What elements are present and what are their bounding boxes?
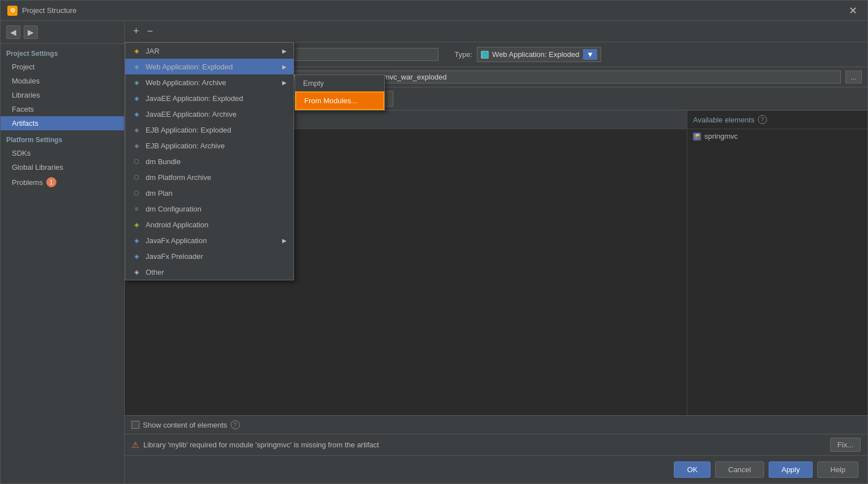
available-item-springmvc[interactable]: 📦 springmvc bbox=[687, 129, 867, 143]
show-content-row: Show content of elements ? bbox=[131, 420, 861, 429]
dropdown-item-ejb-archive[interactable]: ◈ EJB Application: Archive bbox=[125, 138, 293, 153]
footer: OK Cancel Apply Help bbox=[125, 455, 867, 483]
remove-artifact-button[interactable]: − bbox=[144, 24, 156, 38]
forward-button[interactable]: ▶ bbox=[24, 25, 38, 39]
dropdown-item-javafx[interactable]: ◈ JavaFx Application ▶ bbox=[125, 232, 293, 248]
dropdown-item-ejb-exploded[interactable]: ◈ EJB Application: Exploded bbox=[125, 122, 293, 138]
help-button[interactable]: Help bbox=[817, 461, 858, 478]
window-title: Project Structure bbox=[22, 6, 845, 15]
dropdown-item-javaee-archive[interactable]: ◈ JavaEE Application: Archive bbox=[125, 106, 293, 122]
dropdown-item-dm-bundle[interactable]: ⬡ dm Bundle bbox=[125, 153, 293, 169]
project-settings-section: Project Settings bbox=[1, 44, 124, 60]
error-icon: ⚠ bbox=[131, 440, 139, 450]
dropdown-item-jar[interactable]: ◈ JAR ▶ bbox=[125, 43, 293, 59]
type-label: Type: bbox=[454, 50, 472, 59]
fix-button[interactable]: Fix... bbox=[830, 438, 861, 452]
ejb-archive-icon: ◈ bbox=[132, 141, 141, 150]
sidebar-item-libraries[interactable]: Libraries bbox=[1, 88, 124, 102]
android-icon: ◈ bbox=[132, 220, 141, 229]
title-bar: ⚙ Project Structure ✕ bbox=[1, 1, 867, 21]
apply-button[interactable]: Apply bbox=[769, 461, 813, 478]
available-header: Available elements ? bbox=[687, 111, 867, 129]
type-select[interactable]: 🌐 Web Application: Exploded ▼ bbox=[477, 47, 601, 62]
available-module-icon: 📦 bbox=[693, 133, 701, 140]
submenu-item-empty[interactable]: Empty bbox=[295, 75, 384, 91]
dm-platform-icon: ⬡ bbox=[132, 173, 141, 182]
close-button[interactable]: ✕ bbox=[845, 3, 861, 18]
show-content-help-icon[interactable]: ? bbox=[231, 420, 240, 429]
sidebar-item-problems[interactable]: Problems 1 bbox=[1, 174, 124, 190]
sidebar-item-facets[interactable]: Facets bbox=[1, 102, 124, 116]
error-bar: ⚠ Library 'mylib' required for module 's… bbox=[125, 434, 867, 455]
ok-button[interactable]: OK bbox=[674, 461, 711, 478]
web-archive-icon: ◈ bbox=[132, 78, 141, 87]
error-message: Library 'mylib' required for module 'spr… bbox=[143, 441, 826, 449]
main-content: ◀ ▶ Project Settings Project Modules Lib… bbox=[1, 21, 867, 483]
dm-config-icon: ≡ bbox=[132, 204, 141, 213]
dropdown-item-dm-config[interactable]: ≡ dm Configuration bbox=[125, 201, 293, 217]
app-icon: ⚙ bbox=[7, 6, 17, 16]
web-exploded-arrow-icon: ▶ bbox=[282, 64, 287, 70]
javafx-preloader-icon: ◈ bbox=[132, 252, 141, 261]
web-exploded-icon: ◈ bbox=[132, 62, 141, 71]
sidebar-item-global-libraries[interactable]: Global Libraries bbox=[1, 160, 124, 174]
platform-settings-section: Platform Settings bbox=[1, 130, 124, 146]
dropdown-item-javafx-preloader[interactable]: ◈ JavaFx Preloader bbox=[125, 248, 293, 264]
available-help-icon[interactable]: ? bbox=[758, 115, 767, 124]
web-archive-arrow-icon: ▶ bbox=[282, 80, 287, 86]
show-content-label: Show content of elements bbox=[143, 421, 227, 429]
type-dropdown-button[interactable]: ▼ bbox=[583, 49, 597, 60]
back-button[interactable]: ◀ bbox=[6, 25, 20, 39]
jar-arrow-icon: ▶ bbox=[282, 48, 287, 54]
javafx-arrow-icon: ▶ bbox=[282, 237, 287, 244]
dropdown-item-android[interactable]: ◈ Android Application bbox=[125, 217, 293, 232]
web-exploded-submenu: Empty From Modules... bbox=[295, 74, 385, 111]
cancel-button[interactable]: Cancel bbox=[715, 461, 764, 478]
project-structure-window: ⚙ Project Structure ✕ ◀ ▶ Project Settin… bbox=[0, 0, 868, 484]
ejb-exploded-icon: ◈ bbox=[132, 125, 141, 134]
sidebar-item-modules[interactable]: Modules bbox=[1, 74, 124, 88]
dropdown-item-web-archive[interactable]: ◈ Web Application: Archive ▶ bbox=[125, 74, 293, 90]
dm-bundle-icon: ⬡ bbox=[132, 157, 141, 166]
add-artifact-button[interactable]: + bbox=[130, 24, 142, 38]
right-panel: + − ◈ JAR ▶ ◈ Web Application: Exploded … bbox=[125, 21, 867, 483]
add-dropdown-menu: ◈ JAR ▶ ◈ Web Application: Exploded ▶ Em… bbox=[125, 42, 294, 280]
show-content-checkbox[interactable] bbox=[131, 421, 139, 429]
output-dir-browse-button[interactable]: ... bbox=[845, 71, 862, 83]
dropdown-item-other[interactable]: ◈ Other bbox=[125, 264, 293, 280]
javaee-exploded-icon: ◈ bbox=[132, 94, 141, 103]
problems-badge: 1 bbox=[46, 177, 56, 187]
dropdown-item-dm-platform[interactable]: ⬡ dm Platform Archive bbox=[125, 169, 293, 185]
bottom-bar: Show content of elements ? bbox=[125, 415, 867, 434]
javaee-archive-icon: ◈ bbox=[132, 109, 141, 118]
submenu-item-from-modules[interactable]: From Modules... bbox=[295, 91, 384, 110]
dm-plan-icon: ⬡ bbox=[132, 188, 141, 197]
type-select-icon: 🌐 bbox=[481, 51, 489, 59]
sidebar: ◀ ▶ Project Settings Project Modules Lib… bbox=[1, 21, 125, 483]
dropdown-item-dm-plan[interactable]: ⬡ dm Plan bbox=[125, 185, 293, 201]
sidebar-item-sdks[interactable]: SDKs bbox=[1, 146, 124, 160]
javafx-icon: ◈ bbox=[132, 236, 141, 245]
sidebar-item-project[interactable]: Project bbox=[1, 60, 124, 74]
dropdown-item-javaee-exploded[interactable]: ◈ JavaEE Application: Exploded bbox=[125, 90, 293, 106]
other-icon: ◈ bbox=[132, 267, 141, 276]
available-panel: Available elements ? 📦 springmvc bbox=[687, 111, 867, 415]
toolbar-area: + − ◈ JAR ▶ ◈ Web Application: Exploded … bbox=[125, 21, 867, 42]
jar-icon: ◈ bbox=[132, 46, 141, 55]
dropdown-item-web-exploded[interactable]: ◈ Web Application: Exploded ▶ Empty From… bbox=[125, 59, 293, 74]
sidebar-item-artifacts[interactable]: Artifacts bbox=[1, 116, 124, 130]
nav-buttons: ◀ ▶ bbox=[1, 21, 124, 44]
